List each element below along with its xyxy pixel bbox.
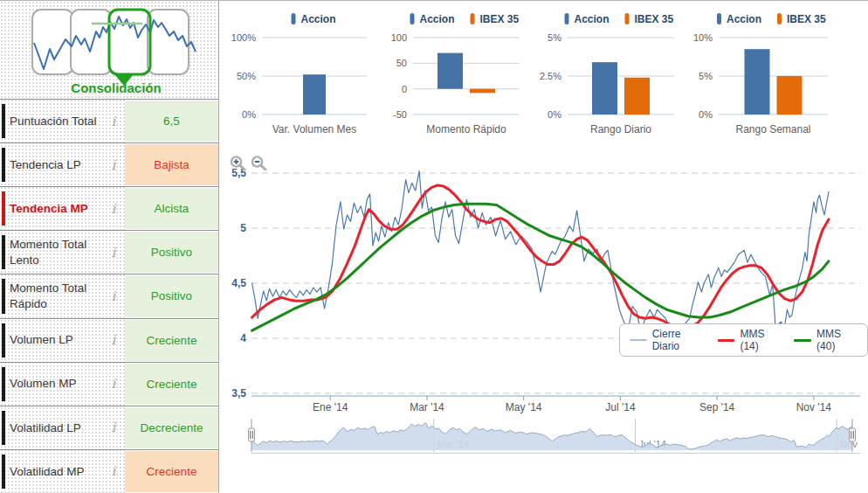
navigator-handle-right[interactable] xyxy=(850,428,856,441)
legend-label[interactable]: Accion xyxy=(301,13,336,25)
price-x-label: Nov '14 xyxy=(796,401,832,413)
indicator-value: Decreciente xyxy=(125,406,218,449)
price-y-label: 3,5 xyxy=(231,387,246,399)
indicator-row-momento-rapido: Momento Total Rápido i Positivo xyxy=(0,274,218,317)
indicator-table: Puntuación Total i 6,5 Tendencia LP i Ba… xyxy=(0,99,218,493)
bar-accion[interactable] xyxy=(745,49,770,115)
info-icon[interactable]: i xyxy=(102,463,125,479)
indicator-label: Momento Total Rápido xyxy=(5,281,102,311)
navigator-handle-left[interactable] xyxy=(249,428,255,441)
legend-marker-icon xyxy=(471,13,475,24)
legend-label[interactable]: IBEX 35 xyxy=(787,13,826,25)
legend-marker-icon xyxy=(717,13,721,24)
legend-marker-icon xyxy=(625,13,630,24)
legend-line-marker xyxy=(794,339,811,342)
price-x-label: Mar '14 xyxy=(410,401,444,413)
indicator-label: Tendencia MP xyxy=(5,201,102,217)
indicator-value: Creciente xyxy=(125,363,218,406)
legend-marker-icon xyxy=(410,13,415,24)
info-icon[interactable]: i xyxy=(102,420,125,435)
y-tick-label: 0% xyxy=(699,109,713,120)
indicator-row-tendencia-lp: Tendencia LP i Bajista xyxy=(0,142,218,186)
legend-line-marker xyxy=(630,339,647,341)
y-tick-label: 10% xyxy=(693,32,713,43)
legend-label[interactable]: IBEX 35 xyxy=(635,13,674,25)
legend-marker-icon xyxy=(565,13,569,24)
info-icon[interactable]: i xyxy=(102,376,125,392)
price-x-label: Ene '14 xyxy=(313,401,348,413)
pattern-panel: Consolidación xyxy=(0,1,218,99)
price-y-label: 5 xyxy=(240,222,246,234)
bar-accion[interactable] xyxy=(592,62,617,115)
pattern-card[interactable] xyxy=(71,10,112,74)
indicator-panel: Consolidación Puntuación Total i 6,5 Ten… xyxy=(0,1,219,493)
legend-marker-icon xyxy=(777,13,782,24)
price-x-label: Sep '14 xyxy=(699,401,735,413)
indicator-row-volumen-lp: Volumen LP i Creciente xyxy=(0,318,218,362)
navigator-area[interactable] xyxy=(251,423,852,450)
kpi-chart-1: 100%50%0%AccionVar. Volumen Mes xyxy=(231,13,367,135)
info-icon[interactable]: i xyxy=(102,157,125,173)
info-icon[interactable]: i xyxy=(102,114,125,129)
legend-item-cierre-diario[interactable]: Cierre Diario xyxy=(630,328,705,352)
legend-label[interactable]: Accion xyxy=(420,13,455,25)
legend-label[interactable]: Accion xyxy=(575,13,610,25)
indicator-label: Volatilidad MP xyxy=(5,464,102,480)
y-tick-label: 100 xyxy=(391,32,407,43)
pattern-label: Consolidación xyxy=(22,80,210,95)
kpi-chart-2: 100500-50AccionIBEX 35Momento Rápido xyxy=(391,13,520,135)
indicator-row-volatilidad-lp: Volatilidad LP i Decreciente xyxy=(0,406,218,449)
kpi-chart-title: Var. Volumen Mes xyxy=(272,123,357,135)
kpi-bar-charts: 100%50%0%AccionVar. Volumen Mes100500-50… xyxy=(219,1,868,141)
indicator-label: Momento Total Lento xyxy=(5,237,102,267)
y-tick-label: 100% xyxy=(231,32,256,43)
info-icon[interactable]: i xyxy=(102,245,125,260)
charts-area: 100%50%0%AccionVar. Volumen Mes100500-50… xyxy=(219,1,868,493)
bar-ibex-35[interactable] xyxy=(624,78,650,115)
indicator-label: Volatilidad LP xyxy=(5,420,102,436)
indicator-row-tendencia-mp: Tendencia MP i Alcista xyxy=(0,186,218,230)
bar-accion[interactable] xyxy=(437,53,463,89)
indicator-row-volatilidad-mp: Volatilidad MP i Creciente xyxy=(0,449,218,493)
indicator-value: 6,5 xyxy=(125,100,218,142)
kpi-chart-4: 10%5%0%AccionIBEX 35Rango Semanal xyxy=(693,13,828,135)
bar-ibex-35[interactable] xyxy=(777,76,803,115)
price-chart[interactable]: 5,554,543,5Ene '14Mar '14May '14Jul '14S… xyxy=(219,141,868,493)
legend-label[interactable]: Accion xyxy=(727,13,761,25)
zoom-out-icon[interactable] xyxy=(250,155,269,174)
legend-label[interactable]: IBEX 35 xyxy=(480,13,520,25)
indicator-label: Tendencia LP xyxy=(5,157,102,173)
info-icon[interactable]: i xyxy=(102,201,125,217)
info-icon[interactable]: i xyxy=(102,288,125,304)
stock-analysis-dashboard: Consolidación Puntuación Total i 6,5 Ten… xyxy=(0,0,868,493)
price-x-label: May '14 xyxy=(506,401,542,413)
price-x-label: Jul '14 xyxy=(605,401,636,413)
kpi-chart-title: Rango Diario xyxy=(590,123,651,135)
series-cierre-diario xyxy=(252,171,829,345)
y-tick-label: -50 xyxy=(393,109,407,120)
legend-item-mms14[interactable]: MMS (14) xyxy=(718,328,782,352)
legend-label: MMS (14) xyxy=(740,328,781,352)
bar-ibex-35[interactable] xyxy=(470,89,495,94)
indicator-value: Bajista xyxy=(125,143,218,186)
kpi-chart-title: Momento Rápido xyxy=(426,123,506,135)
zoom-in-icon[interactable] xyxy=(229,155,248,174)
indicator-value: Positivo xyxy=(125,274,218,317)
y-tick-label: 50 xyxy=(396,58,407,68)
legend-label: MMS (40) xyxy=(816,328,858,352)
bar-accion[interactable] xyxy=(303,74,326,115)
indicator-value: Alcista xyxy=(125,187,218,230)
info-icon[interactable]: i xyxy=(102,332,125,348)
y-tick-label: 5% xyxy=(548,32,561,43)
indicator-label: Volumen MP xyxy=(5,376,102,392)
y-tick-label: 0% xyxy=(242,109,256,120)
kpi-chart-3: 5%2.5%0%AccionIBEX 35Rango Diario xyxy=(540,13,674,135)
indicator-value: Positivo xyxy=(125,231,218,274)
indicator-row-volumen-mp: Volumen MP i Creciente xyxy=(0,362,218,406)
y-tick-label: 0% xyxy=(548,109,561,120)
indicator-value: Creciente xyxy=(125,450,218,493)
legend-item-mms40[interactable]: MMS (40) xyxy=(794,328,858,352)
indicator-label: Puntuación Total xyxy=(5,114,102,129)
pattern-card[interactable] xyxy=(109,10,150,74)
y-tick-label: 50% xyxy=(237,71,256,81)
